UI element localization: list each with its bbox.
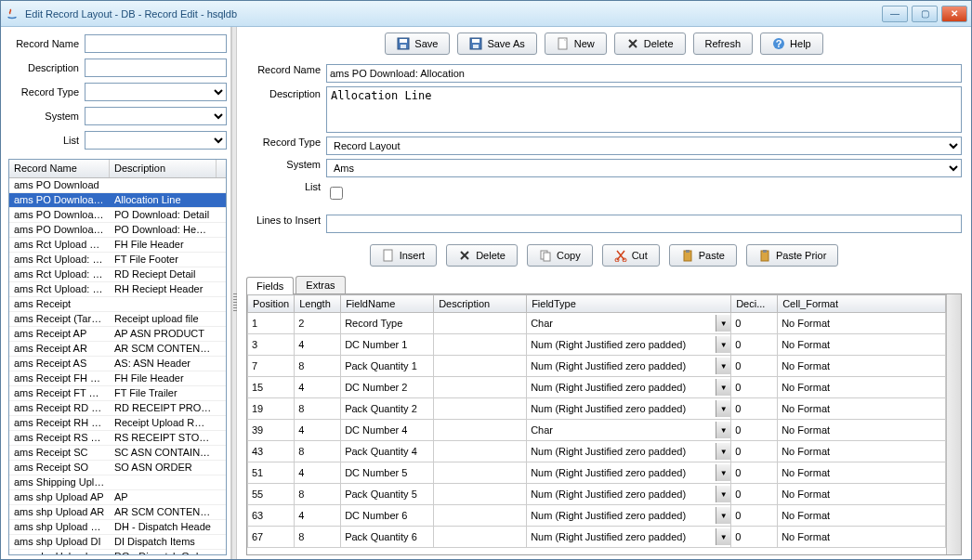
filter-recordname-label: Record Name: [8, 38, 79, 49]
chevron-down-icon[interactable]: ▼: [716, 422, 730, 438]
table-row[interactable]: 678Pack Quantity 6Num (Right Justified z…: [248, 527, 946, 548]
chevron-down-icon[interactable]: ▼: [716, 443, 730, 460]
list-item[interactable]: ams Receipt RD Re…RD RECEIPT PRODUC: [9, 401, 226, 416]
table-row[interactable]: 438Pack Quantity 4Num (Right Justified z…: [248, 441, 946, 462]
filter-list-select[interactable]: [85, 131, 227, 150]
chevron-down-icon[interactable]: ▼: [716, 336, 730, 353]
list-item[interactable]: ams Shipping Upload: [9, 475, 226, 490]
chevron-down-icon[interactable]: ▼: [716, 379, 730, 396]
pasteprior-button[interactable]: Paste Prior: [746, 244, 838, 267]
lines-input[interactable]: [326, 215, 962, 233]
paste-button[interactable]: Paste: [669, 244, 737, 267]
filter-recordname-input[interactable]: [85, 34, 227, 53]
filter-description-input[interactable]: [85, 59, 227, 77]
chevron-down-icon[interactable]: ▼: [716, 358, 730, 374]
list-item[interactable]: ams Receipt ARAR SCM CONTENTS O: [9, 342, 226, 357]
grid-delete-button[interactable]: Delete: [446, 244, 518, 267]
list-item[interactable]: ams shp Upload DIDI Dispatch Items: [9, 535, 226, 550]
table-row[interactable]: 394DC Number 4Char▼0No Format: [248, 420, 946, 441]
detail-system-label: System: [246, 159, 321, 170]
list-item[interactable]: ams Receipt APAP ASN PRODUCT: [9, 327, 226, 342]
list-item[interactable]: ams PO Download: …PO Download: Heade: [9, 223, 226, 238]
insert-button[interactable]: Insert: [370, 244, 438, 267]
detail-description-input[interactable]: [326, 86, 962, 133]
col-length[interactable]: Length: [295, 295, 341, 313]
list-item[interactable]: ams Receipt (Taret …Receipt upload file: [9, 312, 226, 327]
svg-rect-17: [763, 250, 767, 253]
col-fieldname[interactable]: FieldName: [341, 295, 434, 313]
chevron-down-icon[interactable]: ▼: [716, 464, 730, 481]
table-row[interactable]: 78Pack Quantity 1Num (Right Justified ze…: [248, 356, 946, 377]
saveas-button[interactable]: Save As: [457, 33, 536, 55]
fields-grid[interactable]: Position Length FieldName Description Fi…: [246, 294, 962, 555]
recordlist-col-desc[interactable]: Description: [110, 160, 217, 177]
table-row[interactable]: 34DC Number 1Num (Right Justified zero p…: [248, 334, 946, 356]
help-button[interactable]: ?Help: [760, 33, 823, 55]
save-button[interactable]: Save: [385, 33, 450, 55]
cut-button[interactable]: Cut: [602, 244, 660, 267]
chevron-down-icon[interactable]: ▼: [716, 400, 730, 417]
col-position[interactable]: Position: [248, 295, 295, 313]
list-item[interactable]: ams shp Upload APAP: [9, 490, 226, 505]
close-button[interactable]: ✕: [941, 6, 967, 22]
splitter[interactable]: [231, 27, 237, 559]
detail-form: Record Name Description Record TypeRecor…: [246, 64, 962, 237]
detail-recordtype-select[interactable]: Record Layout: [326, 137, 962, 155]
delete-icon: [458, 249, 471, 262]
copy-icon: [539, 249, 552, 262]
paste-icon: [681, 249, 694, 262]
table-row[interactable]: 154DC Number 2Num (Right Justified zero …: [248, 377, 946, 398]
chevron-down-icon[interactable]: ▼: [716, 486, 730, 502]
list-item[interactable]: ams Receipt FT File …FT File Trailer: [9, 386, 226, 401]
copy-button[interactable]: Copy: [527, 244, 593, 267]
list-item[interactable]: ams Rct Upload FH …FH File Header: [9, 238, 226, 253]
list-item[interactable]: ams shp Upload DODO - Dispatch Order: [9, 550, 226, 554]
maximize-button[interactable]: ▢: [912, 6, 938, 22]
list-item[interactable]: ams Rct Upload: RDRD Reciept Detail: [9, 267, 226, 282]
detail-recordname-input[interactable]: [326, 64, 962, 83]
list-item[interactable]: ams Receipt RH Re…Receipt Upload RH R: [9, 416, 226, 431]
refresh-button[interactable]: Refresh: [693, 33, 754, 55]
list-item[interactable]: ams Receipt SCSC ASN CONTAINER: [9, 446, 226, 461]
tab-fields[interactable]: Fields: [246, 277, 294, 294]
java-icon: [5, 7, 20, 21]
list-item[interactable]: ams PO Download: …PO Download: Detail: [9, 208, 226, 223]
record-list[interactable]: Record Name Description ams PO Downloada…: [8, 159, 227, 555]
filter-description-label: Description: [8, 62, 79, 73]
list-item[interactable]: ams PO Download: …Allocation Line: [9, 193, 226, 208]
list-item[interactable]: ams Receipt SOSO ASN ORDER: [9, 461, 226, 475]
new-button[interactable]: New: [545, 33, 607, 55]
table-row[interactable]: 514DC Number 5Num (Right Justified zero …: [248, 462, 946, 484]
chevron-down-icon[interactable]: ▼: [716, 315, 730, 332]
minimize-button[interactable]: —: [882, 6, 908, 22]
filter-recordtype-select[interactable]: [85, 83, 227, 101]
col-description[interactable]: Description: [434, 295, 527, 313]
list-item[interactable]: ams shp Upload DHDH - Dispatch Heade: [9, 520, 226, 535]
col-cellformat[interactable]: Cell_Format: [778, 295, 946, 313]
detail-system-select[interactable]: Ams: [326, 159, 962, 177]
table-row[interactable]: 12Record TypeChar▼0No Format: [248, 313, 946, 334]
list-item[interactable]: ams Receipt ASAS: ASN Header: [9, 357, 226, 371]
col-deci[interactable]: Deci...: [731, 295, 778, 313]
list-item[interactable]: ams Rct Upload: FT…FT File Footer: [9, 253, 226, 267]
delete-button[interactable]: Delete: [614, 33, 686, 55]
list-item[interactable]: ams Receipt: [9, 297, 226, 312]
list-item[interactable]: ams Rct Upload: RHRH Reciept Header: [9, 282, 226, 297]
app-window: Edit Record Layout - DB - Record Edit - …: [0, 0, 972, 560]
chevron-down-icon[interactable]: ▼: [716, 507, 730, 524]
grid-scrollbar[interactable]: [946, 294, 961, 554]
document-icon: [382, 249, 395, 262]
chevron-down-icon[interactable]: ▼: [716, 528, 730, 545]
list-item[interactable]: ams Receipt FH He…FH File Header: [9, 371, 226, 386]
table-row[interactable]: 558Pack Quantity 5Num (Right Justified z…: [248, 484, 946, 505]
list-item[interactable]: ams shp Upload ARAR SCM CONTENTS O: [9, 505, 226, 520]
recordlist-col-name[interactable]: Record Name: [9, 160, 110, 177]
table-row[interactable]: 198Pack Quantity 2Num (Right Justified z…: [248, 398, 946, 420]
detail-list-checkbox[interactable]: [330, 184, 343, 202]
list-item[interactable]: ams Receipt RS Rec…RS RECEIPT STORE A: [9, 431, 226, 446]
col-fieldtype[interactable]: FieldType: [527, 295, 731, 313]
table-row[interactable]: 634DC Number 6Num (Right Justified zero …: [248, 505, 946, 527]
filter-system-select[interactable]: [85, 107, 227, 125]
list-item[interactable]: ams PO Download: [9, 178, 226, 193]
tab-extras[interactable]: Extras: [296, 276, 345, 293]
